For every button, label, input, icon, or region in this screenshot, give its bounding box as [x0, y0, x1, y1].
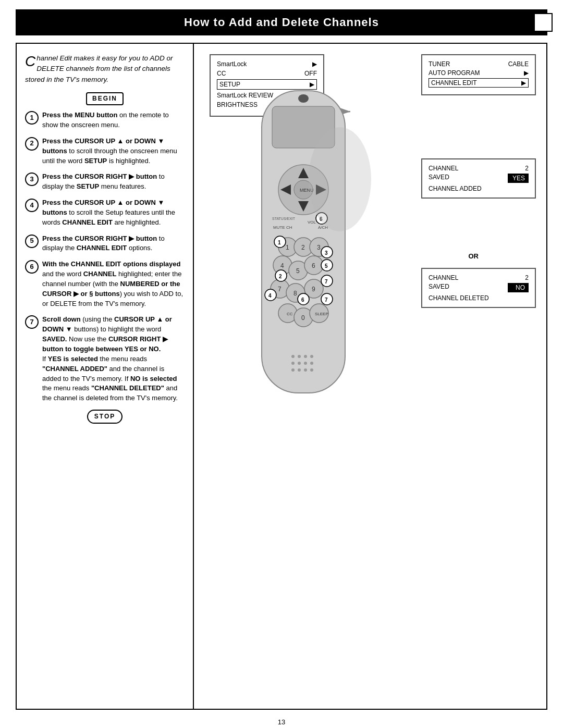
- drop-cap: C: [25, 54, 35, 69]
- svg-point-62: [291, 362, 295, 365]
- svg-point-63: [298, 362, 301, 365]
- deleted-channel-value: 2: [525, 274, 529, 281]
- svg-text:0: 0: [301, 314, 305, 322]
- begin-label: BEGIN: [25, 92, 185, 105]
- svg-text:3: 3: [325, 250, 328, 256]
- step-6: 6 With the CHANNEL EDIT options displaye…: [25, 260, 185, 309]
- intro-content: hannel Edit makes it easy for you to ADD…: [25, 54, 173, 83]
- deleted-saved-label: SAVED: [429, 283, 449, 292]
- cable-label: CABLE: [508, 60, 529, 68]
- svg-text:7: 7: [325, 297, 328, 303]
- or-label: OR: [469, 252, 479, 260]
- svg-text:3: 3: [317, 244, 321, 251]
- added-saved-label: SAVED: [429, 174, 449, 183]
- step-4-text: Press the CURSOR UP ▲ or DOWN ▼ buttons …: [42, 198, 185, 228]
- svg-text:8: 8: [293, 290, 297, 297]
- step-1: 1 Press the MENU button on the remote to…: [25, 110, 185, 130]
- page-title: How to Add and Delete Channels: [184, 16, 379, 29]
- deleted-panel: CHANNEL 2 SAVED NO CHANNEL DELETED: [421, 268, 536, 308]
- svg-text:5: 5: [296, 267, 300, 275]
- stop-label: STOP: [25, 410, 185, 424]
- page-wrapper: How to Add and Delete Channels C hannel …: [0, 9, 563, 728]
- svg-text:4: 4: [280, 262, 284, 269]
- deleted-result-label: CHANNEL DELETED: [429, 294, 529, 302]
- channel-edit-label: CHANNEL EDIT: [431, 79, 477, 87]
- svg-text:VOL: VOL: [308, 220, 316, 225]
- remote-control: MENU 1 2 3 4 5 6 7: [230, 85, 397, 410]
- auto-program-label: AUTO PROGRAM: [429, 69, 480, 77]
- tv-cc-label: CC: [217, 70, 226, 77]
- step-3-text: Press the CURSOR RIGHT ▶ button to displ…: [42, 172, 185, 192]
- step-7: 7 Scroll down (using the CURSOR UP ▲ or …: [25, 315, 185, 403]
- step-7-text: Scroll down (using the CURSOR UP ▲ or DO…: [42, 315, 185, 403]
- tuner-cable-row: TUNER CABLE: [429, 60, 529, 68]
- left-panel: C hannel Edit makes it easy for you to A…: [17, 44, 194, 709]
- added-saved-row: SAVED YES: [429, 174, 529, 183]
- deleted-saved-value: NO: [508, 283, 529, 292]
- added-result-label: CHANNEL ADDED: [429, 185, 529, 192]
- step-4: 4 Press the CURSOR UP ▲ or DOWN ▼ button…: [25, 198, 185, 228]
- svg-point-61: [310, 355, 313, 358]
- tv-smartlock-arrow: ▶: [312, 60, 317, 68]
- svg-text:CC: CC: [287, 312, 293, 316]
- step-5-text: Press the CURSOR RIGHT ▶ button to displ…: [42, 234, 185, 254]
- svg-point-3: [298, 94, 309, 103]
- svg-text:1: 1: [278, 240, 281, 245]
- step-1-text: Press the MENU button on the remote to s…: [42, 110, 185, 130]
- step-3-num: 3: [25, 172, 39, 186]
- svg-text:6: 6: [312, 262, 315, 269]
- main-content: C hannel Edit makes it easy for you to A…: [16, 43, 547, 710]
- step-6-num: 6: [25, 260, 39, 274]
- header-box: [534, 13, 553, 32]
- svg-text:STATUS/EXIT: STATUS/EXIT: [272, 217, 296, 220]
- svg-text:5: 5: [325, 263, 328, 269]
- step-1-num: 1: [25, 111, 39, 125]
- step-4-num: 4: [25, 199, 39, 212]
- tv-smartlock-label: SmartLock: [217, 60, 247, 68]
- svg-text:7: 7: [278, 286, 282, 293]
- deleted-channel-row: CHANNEL 2: [429, 274, 529, 281]
- svg-text:7: 7: [325, 279, 328, 285]
- intro-text: C hannel Edit makes it easy for you to A…: [25, 53, 185, 85]
- right-panel: SmartLock ▶ CC OFF SETUP ▶ SmartLock REV…: [194, 44, 546, 709]
- page-header: How to Add and Delete Channels: [16, 9, 547, 35]
- svg-point-58: [291, 355, 295, 358]
- tv-smartlock-row: SmartLock ▶: [217, 60, 317, 68]
- step-2: 2 Press the CURSOR UP ▲ or DOWN ▼ button…: [25, 137, 185, 166]
- svg-text:4: 4: [268, 293, 272, 299]
- svg-text:2: 2: [279, 274, 282, 279]
- svg-text:9: 9: [312, 286, 315, 293]
- svg-point-59: [298, 355, 301, 358]
- step-3: 3 Press the CURSOR RIGHT ▶ button to dis…: [25, 172, 185, 192]
- stop-badge: STOP: [87, 410, 123, 424]
- auto-program-arrow: ▶: [524, 69, 529, 77]
- svg-point-65: [310, 362, 313, 365]
- svg-point-68: [304, 368, 307, 372]
- svg-point-60: [304, 355, 307, 358]
- svg-text:1: 1: [286, 244, 289, 251]
- step-6-text: With the CHANNEL EDIT options displayed …: [42, 260, 185, 309]
- page-number: 13: [0, 715, 563, 728]
- channel-edit-row: CHANNEL EDIT ▶: [429, 78, 529, 88]
- added-panel: CHANNEL 2 SAVED YES CHANNEL ADDED: [421, 158, 536, 199]
- step-5-num: 5: [25, 235, 39, 248]
- auto-program-row: AUTO PROGRAM ▶: [429, 69, 529, 77]
- step-2-num: 2: [25, 137, 39, 151]
- svg-point-69: [310, 368, 313, 372]
- step-2-text: Press the CURSOR UP ▲ or DOWN ▼ buttons …: [42, 137, 185, 166]
- added-saved-value: YES: [508, 174, 529, 183]
- svg-text:MUTE: MUTE: [273, 225, 285, 230]
- step-5: 5 Press the CURSOR RIGHT ▶ button to dis…: [25, 234, 185, 254]
- channel-edit-arrow: ▶: [521, 79, 526, 87]
- svg-point-66: [291, 368, 295, 372]
- remote-svg: MENU 1 2 3 4 5 6 7: [230, 85, 376, 409]
- begin-badge: BEGIN: [86, 92, 124, 105]
- svg-point-67: [298, 368, 301, 372]
- svg-text:CH: CH: [286, 225, 292, 230]
- svg-text:6: 6: [301, 297, 304, 303]
- added-channel-label: CHANNEL: [429, 165, 458, 172]
- tv-cc-value: OFF: [304, 70, 317, 77]
- step-7-num: 7: [25, 315, 39, 329]
- deleted-saved-row: SAVED NO: [429, 283, 529, 292]
- added-channel-row: CHANNEL 2: [429, 165, 529, 172]
